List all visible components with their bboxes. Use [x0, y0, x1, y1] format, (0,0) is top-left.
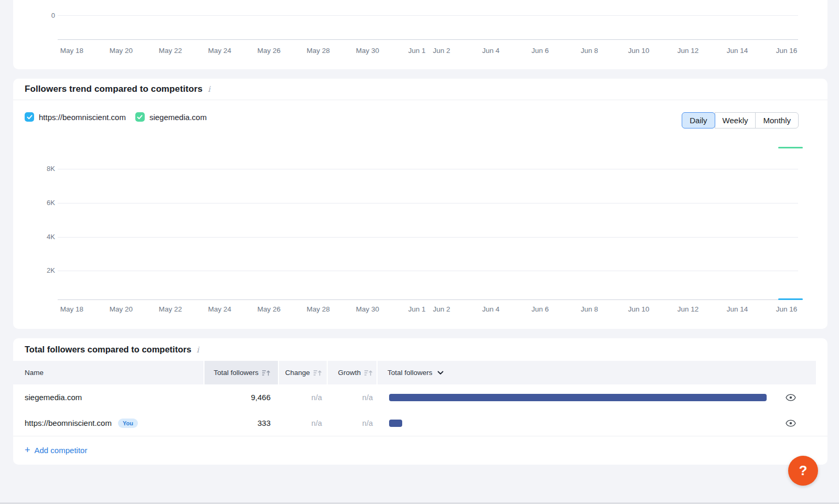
card-header: Total followers compared to competitors …	[13, 338, 827, 361]
x-axis-tick: May 26	[257, 305, 281, 313]
social-analytics-dashboard: 0 May 18May 20May 22May 24May 26May 28Ma…	[0, 0, 839, 504]
x-axis-tick: May 22	[159, 47, 182, 55]
column-header-growth[interactable]: Growth	[328, 361, 377, 384]
plus-icon: +	[25, 446, 30, 454]
toggle-monthly[interactable]: Monthly	[755, 112, 799, 128]
card-title: Total followers compared to competitors	[25, 345, 191, 355]
x-axis-tick: May 22	[159, 305, 182, 313]
x-axis-tick: Jun 8	[580, 47, 598, 55]
x-axis-tick: Jun 1	[408, 47, 425, 55]
legend-item-1[interactable]: siegemedia.com	[135, 112, 207, 122]
x-axis-tick: May 24	[208, 305, 231, 313]
y-axis-tick: 2K	[23, 266, 55, 275]
help-button[interactable]: ?	[788, 456, 818, 486]
column-header-name: Name	[13, 361, 203, 384]
top-chart-card: 0 May 18May 20May 22May 24May 26May 28Ma…	[13, 0, 827, 69]
eye-icon	[786, 394, 796, 401]
x-axis-line	[58, 299, 798, 300]
gridline	[58, 169, 798, 169]
x-axis-tick: Jun 10	[628, 305, 650, 313]
trend-line-segment	[778, 147, 803, 148]
sort-icon	[364, 369, 373, 377]
legend-label: siegemedia.com	[149, 113, 207, 122]
x-axis-tick: Jun 10	[628, 47, 650, 55]
y-axis-tick: 6K	[23, 199, 55, 207]
x-axis-tick: Jun 14	[727, 47, 748, 55]
followers-bar	[389, 394, 767, 401]
gridline	[58, 15, 798, 16]
legend-label: https://beomniscient.com	[39, 113, 126, 122]
x-axis-tick: Jun 8	[580, 305, 598, 313]
competitor-name: siegemedia.com	[25, 393, 82, 402]
column-header-total-followers[interactable]: Total followers	[205, 361, 278, 384]
y-axis-tick-zero: 0	[23, 12, 55, 20]
chart-legend: https://beomniscient.com siegemedia.com	[25, 112, 207, 122]
x-axis-line	[58, 39, 798, 40]
x-axis-tick: May 20	[110, 305, 133, 313]
visibility-toggle-button[interactable]	[780, 384, 801, 410]
table-header-row: Name Total followers Change	[13, 361, 827, 384]
x-axis-tick: Jun 2	[433, 47, 450, 55]
x-axis-tick: Jun 4	[482, 305, 499, 313]
y-axis-tick: 8K	[23, 165, 55, 173]
card-header: Followers trend compared to competitors …	[13, 79, 827, 100]
sort-icon	[262, 369, 271, 377]
x-axis-tick: Jun 16	[776, 305, 798, 313]
x-axis-tick: Jun 2	[433, 305, 450, 313]
x-axis-tick: May 28	[307, 305, 330, 313]
column-header-change[interactable]: Change	[279, 361, 327, 384]
followers-trend-card: Followers trend compared to competitors …	[13, 79, 827, 329]
toggle-daily[interactable]: Daily	[682, 112, 715, 128]
x-axis-tick: Jun 16	[776, 47, 798, 55]
x-axis-tick: May 20	[110, 47, 133, 55]
x-axis-tick: May 18	[60, 47, 83, 55]
x-axis-tick: Jun 14	[727, 305, 748, 313]
x-axis-tick: Jun 1	[408, 305, 425, 313]
sort-icon	[314, 369, 322, 377]
followers-bar	[389, 420, 402, 427]
add-competitor-button[interactable]: + Add competitor	[25, 446, 87, 455]
column-header-metric-select[interactable]: Total followers	[378, 361, 816, 384]
checkbox[interactable]	[135, 112, 145, 122]
x-axis-tick: Jun 12	[677, 47, 699, 55]
x-axis-tick: May 24	[208, 47, 231, 55]
x-axis-tick: Jun 12	[677, 305, 699, 313]
x-axis-tick: May 28	[307, 47, 330, 55]
x-axis-tick: May 30	[356, 305, 379, 313]
change-value: n/a	[279, 384, 327, 410]
total-followers-value: 9,466	[205, 384, 278, 410]
gridline	[58, 237, 798, 238]
chevron-down-icon	[437, 371, 444, 375]
growth-value: n/a	[328, 410, 377, 436]
visibility-toggle-button[interactable]	[780, 410, 801, 436]
check-icon	[137, 115, 143, 120]
table-row: siegemedia.com 9,466 n/a n/a	[13, 384, 827, 411]
x-axis-tick: Jun 4	[482, 47, 499, 55]
granularity-toggle: DailyWeeklyMonthly	[682, 112, 799, 128]
toggle-weekly[interactable]: Weekly	[715, 112, 756, 128]
change-value: n/a	[279, 410, 327, 436]
you-badge: You	[118, 419, 138, 428]
total-followers-value: 333	[205, 410, 278, 436]
info-icon[interactable]: i	[197, 345, 199, 355]
total-followers-card: Total followers compared to competitors …	[13, 338, 827, 465]
trend-line-segment	[778, 298, 803, 300]
x-axis-tick: May 18	[60, 305, 83, 313]
eye-icon	[786, 420, 796, 427]
y-axis-tick: 4K	[23, 233, 55, 241]
growth-value: n/a	[328, 384, 377, 410]
legend-item-0[interactable]: https://beomniscient.com	[25, 112, 126, 122]
x-axis-tick: May 26	[257, 47, 281, 55]
x-axis-tick: May 30	[356, 47, 379, 55]
gridline	[58, 203, 798, 203]
x-axis-tick: Jun 6	[531, 47, 548, 55]
x-axis-tick: Jun 6	[531, 305, 548, 313]
gridline	[58, 271, 798, 271]
add-competitor-row: + Add competitor	[13, 436, 827, 465]
checkbox[interactable]	[25, 112, 34, 122]
check-icon	[27, 115, 33, 120]
competitor-name: https://beomniscient.com	[25, 419, 112, 427]
table-row: https://beomniscient.com You 333 n/a n/a	[13, 410, 827, 436]
card-title: Followers trend compared to competitors	[25, 84, 202, 94]
info-icon[interactable]: i	[208, 84, 210, 94]
